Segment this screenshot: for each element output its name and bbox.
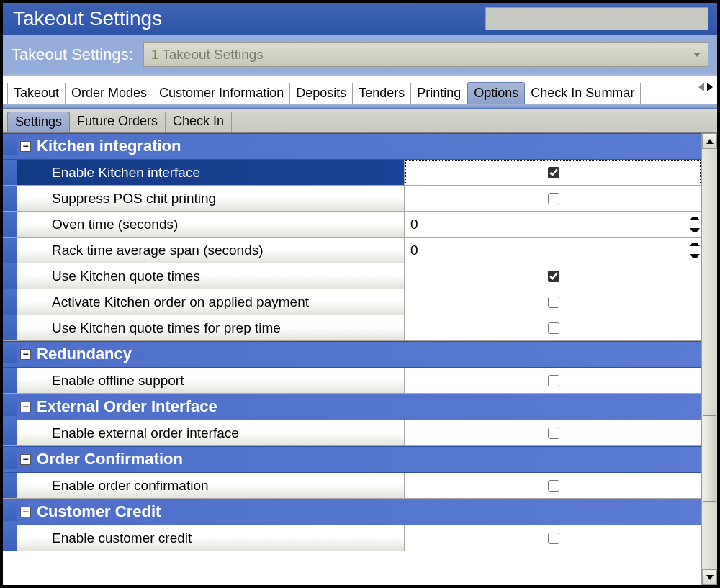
tab-options[interactable]: Options [467,82,525,104]
setting-value-cell[interactable] [405,420,701,445]
spinner[interactable] [690,213,700,235]
setting-value-cell[interactable] [405,525,701,551]
subtab-future-orders[interactable]: Future Orders [70,112,166,132]
tab-order-modes[interactable]: Order Modes [66,83,153,104]
scroll-track[interactable] [702,149,717,569]
setting-value-cell[interactable] [405,315,701,340]
subtab-check-in[interactable]: Check In [166,112,232,132]
setting-row[interactable]: Activate Kitchen order on applied paymen… [3,289,701,315]
setting-row[interactable]: Suppress POS chit printing [3,186,701,212]
setting-checkbox[interactable] [548,167,559,178]
group-stripe [3,345,17,363]
setting-checkbox[interactable] [548,480,559,492]
chevron-down-icon [693,53,701,57]
group-header[interactable]: Customer Credit [3,499,701,525]
row-stripe [3,473,17,498]
setting-checkbox[interactable] [548,428,559,439]
setting-label: Activate Kitchen order on applied paymen… [17,289,405,315]
subtab-settings[interactable]: Settings [7,112,70,132]
settings-select[interactable]: 1 Takeout Settings [143,42,708,67]
scroll-down-button[interactable] [702,569,717,585]
setting-checkbox[interactable] [548,271,559,282]
spinner-up-icon[interactable] [690,217,700,220]
group-stripe [3,450,17,469]
setting-label: Oven time (seconds) [17,212,405,237]
setting-checkbox[interactable] [548,375,559,386]
selector-label: Takeout Settings: [12,45,133,64]
setting-checkbox[interactable] [548,297,559,308]
spinner-down-icon[interactable] [690,228,700,232]
group-header[interactable]: Order Confirmation [3,446,701,473]
row-stripe [3,289,17,315]
tab-scroll-right-icon[interactable] [707,83,713,91]
setting-value-cell[interactable] [405,263,701,289]
setting-row[interactable]: Enable order confirmation [3,473,701,499]
setting-value-cell[interactable]: 0 [405,212,701,237]
tab-scroll-left-icon[interactable] [698,83,704,91]
setting-label: Use Kitchen quote times for prep time [17,315,405,340]
setting-row[interactable]: Use Kitchen quote times for prep time [3,315,701,341]
setting-value-cell[interactable] [405,368,701,393]
row-stripe [3,212,17,237]
setting-row[interactable]: Enable offline support [3,368,701,394]
setting-row[interactable]: Oven time (seconds)0 [3,212,701,238]
tab-customer-information[interactable]: Customer Information [153,83,290,104]
spinner[interactable] [690,239,700,261]
tab-check-in-summary[interactable]: Check In Summar [525,83,641,104]
row-stripe [3,315,17,340]
group-title: External Order Interface [37,397,217,416]
collapse-icon[interactable] [20,507,31,517]
scroll-up-button[interactable] [702,133,717,149]
setting-value-cell[interactable] [405,289,701,315]
group-header[interactable]: External Order Interface [3,394,701,420]
setting-number-value: 0 [410,243,418,258]
group-header[interactable]: Kitchen integration [3,133,701,160]
setting-label: Suppress POS chit printing [17,186,405,211]
spinner-down-icon[interactable] [690,254,700,258]
scroll-thumb[interactable] [703,415,716,502]
settings-grid: Kitchen integrationEnable Kitchen interf… [3,133,701,585]
group-title: Redundancy [37,345,132,363]
row-stripe [3,160,17,185]
setting-value-cell[interactable]: 0 [405,238,701,263]
collapse-icon[interactable] [20,141,31,152]
row-stripe [3,420,17,445]
group-header[interactable]: Redundancy [3,341,701,368]
title-right-box [485,7,708,30]
setting-label: Enable order confirmation [17,473,405,498]
setting-value-cell[interactable] [405,160,701,185]
tab-tenders[interactable]: Tenders [353,83,411,104]
setting-label: Use Kitchen quote times [17,263,405,289]
setting-label: Enable external order interface [17,420,405,445]
tab-printing[interactable]: Printing [411,83,467,104]
row-stripe [3,368,17,393]
tab-scroll-arrows [698,83,713,91]
vertical-scrollbar[interactable] [701,133,717,585]
setting-label: Enable customer credit [17,525,405,551]
setting-value-cell[interactable] [405,186,701,211]
collapse-icon[interactable] [20,402,31,412]
setting-checkbox[interactable] [548,322,559,334]
collapse-icon[interactable] [20,349,31,360]
triangle-up-icon [706,139,714,144]
group-stripe [3,397,17,416]
setting-row[interactable]: Rack time average span (seconds)0 [3,238,701,263]
setting-number-value: 0 [410,217,418,232]
collapse-icon[interactable] [20,454,31,465]
tab-takeout[interactable]: Takeout [7,83,66,104]
setting-value-cell[interactable] [405,473,701,498]
selector-row: Takeout Settings: 1 Takeout Settings [3,35,717,76]
setting-row[interactable]: Enable Kitchen interface [3,160,701,186]
setting-row[interactable]: Use Kitchen quote times [3,263,701,289]
setting-checkbox[interactable] [548,533,559,544]
tab-deposits[interactable]: Deposits [290,83,353,104]
row-stripe [3,263,17,289]
setting-checkbox[interactable] [548,193,559,204]
sub-tab-strip: Settings Future Orders Check In [3,109,717,133]
spinner-up-icon[interactable] [690,243,700,246]
title-bar: Takeout Settings [3,3,717,35]
setting-row[interactable]: Enable customer credit [3,525,701,551]
setting-row[interactable]: Enable external order interface [3,420,701,446]
setting-label: Rack time average span (seconds) [17,238,405,263]
window: Takeout Settings Takeout Settings: 1 Tak… [0,0,720,588]
